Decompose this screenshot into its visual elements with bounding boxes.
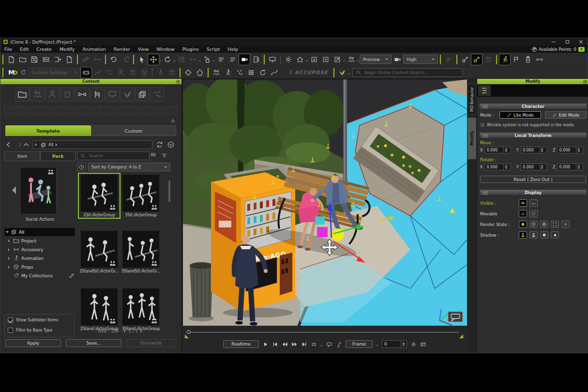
quick-slot[interactable] xyxy=(167,106,178,115)
section-display[interactable]: Display xyxy=(479,189,587,196)
collapse-circle-icon[interactable] xyxy=(166,140,175,149)
pack-preview[interactable] xyxy=(20,167,57,214)
exit-edit-button[interactable] xyxy=(250,54,262,65)
pivot-world-button[interactable] xyxy=(471,54,482,65)
group-actor-button[interactable] xyxy=(127,67,138,78)
group-select-button[interactable] xyxy=(482,54,494,65)
link-child-button[interactable] xyxy=(187,54,199,65)
timeline-panel-icon[interactable] xyxy=(420,341,426,347)
category-scene-button[interactable] xyxy=(105,87,120,102)
edit-group-button[interactable] xyxy=(346,54,357,65)
shadow-self-button[interactable] xyxy=(540,231,548,239)
pivot-local-button[interactable] xyxy=(459,54,471,65)
nav-forward-icon[interactable] xyxy=(13,140,21,149)
category-project-button[interactable] xyxy=(15,87,30,102)
range-start-marker[interactable] xyxy=(185,334,189,338)
audio-button[interactable] xyxy=(336,341,342,347)
move-x-input[interactable] xyxy=(485,148,503,153)
md-play-button[interactable] xyxy=(18,67,28,78)
move-y-input[interactable] xyxy=(521,148,540,153)
render-bounds-button[interactable] xyxy=(551,221,559,228)
tree-item-animation[interactable]: Animation xyxy=(4,254,75,262)
collapse-character-icon[interactable] xyxy=(482,105,488,108)
category-head-button[interactable] xyxy=(45,87,60,102)
shadow-only-button[interactable] xyxy=(551,231,559,239)
merge-box-button[interactable] xyxy=(320,54,332,65)
align-actor-button[interactable] xyxy=(215,54,227,65)
loop-button[interactable] xyxy=(257,67,269,78)
realtime-button[interactable]: Realtime xyxy=(223,340,259,348)
screenshot-button[interactable] xyxy=(40,54,52,65)
breadcrumb[interactable]: All xyxy=(32,140,152,149)
quick-slot[interactable] xyxy=(104,106,115,115)
motion-link-button[interactable] xyxy=(534,54,545,65)
content-panel-gear-icon[interactable] xyxy=(176,80,180,84)
camera-view-button[interactable] xyxy=(392,54,403,65)
import-box-button[interactable] xyxy=(308,54,320,65)
redo-button[interactable] xyxy=(120,54,131,65)
timeline-settings-icon[interactable] xyxy=(410,341,417,347)
menu-render[interactable]: Render xyxy=(110,46,134,52)
quick-slot[interactable] xyxy=(16,106,27,115)
last-frame-button[interactable] xyxy=(301,341,307,347)
gamepad-button[interactable] xyxy=(80,67,92,78)
overwrite-button[interactable]: Overwrite xyxy=(126,339,176,347)
collect-clip-button[interactable] xyxy=(522,54,534,65)
flag-button[interactable] xyxy=(511,54,522,65)
render-hidden-button[interactable] xyxy=(561,221,570,228)
close-button[interactable] xyxy=(574,38,588,45)
recent-sort-icon[interactable] xyxy=(77,163,86,171)
rotate-z-spinner[interactable] xyxy=(576,164,581,170)
timeline-playhead[interactable] xyxy=(187,330,191,334)
sort-dropdown[interactable]: Sort by Category: A to Z xyxy=(88,163,170,171)
menu-help[interactable]: Help xyxy=(224,46,242,52)
content-search-input[interactable] xyxy=(88,153,141,159)
viewport-message-button[interactable] xyxy=(448,312,463,322)
section-local-transform[interactable]: Local Transform xyxy=(479,132,587,138)
movable-on-button[interactable] xyxy=(519,210,527,217)
apply-button[interactable]: Apply xyxy=(5,339,61,347)
menu-animation[interactable]: Animation xyxy=(78,46,109,52)
move-z-input[interactable] xyxy=(558,148,576,153)
thumbnail-3sit[interactable]: 3Sit.iActorGroup xyxy=(121,174,161,217)
edit-collections-pencil-icon[interactable] xyxy=(69,272,75,279)
section-character[interactable]: Character xyxy=(479,103,587,109)
menu-edit[interactable]: Edit xyxy=(16,46,32,52)
category-atmosphere-button[interactable] xyxy=(120,87,135,102)
grid-snap-button[interactable] xyxy=(245,67,257,78)
rewind-button[interactable] xyxy=(282,341,288,347)
move-tool-button[interactable] xyxy=(148,54,159,65)
category-actor-button[interactable] xyxy=(30,87,45,102)
visible-on-button[interactable] xyxy=(519,199,527,207)
quick-slot[interactable] xyxy=(91,106,102,115)
tab-template[interactable]: Template xyxy=(5,125,91,136)
tab-pack[interactable]: Pack xyxy=(40,151,75,161)
menu-create[interactable]: Create xyxy=(32,46,56,52)
render-wireframe-button[interactable] xyxy=(540,221,548,228)
stage-list-button[interactable] xyxy=(443,54,454,65)
move-x-spinner[interactable] xyxy=(503,147,508,153)
rotate-x-input[interactable] xyxy=(485,165,503,170)
quick-slot[interactable] xyxy=(29,106,39,115)
tab-custom[interactable]: Custom xyxy=(91,125,176,136)
content-leaf-button[interactable] xyxy=(336,67,348,78)
render-solid-button[interactable] xyxy=(529,221,538,228)
open-project-button[interactable] xyxy=(17,54,29,65)
quick-slot[interactable] xyxy=(79,106,90,115)
undo-button[interactable] xyxy=(108,54,120,65)
reset-zero-out-button[interactable]: Reset ( Zero Out ) xyxy=(480,176,586,183)
select-tool-button[interactable] xyxy=(136,54,148,65)
thumbnail-scrollbar[interactable] xyxy=(168,181,170,202)
preview-mode-dropdown[interactable]: Preview xyxy=(360,55,392,64)
filter-icon[interactable] xyxy=(160,151,168,160)
page-prev-icon[interactable] xyxy=(121,329,125,333)
rotate-z-input[interactable] xyxy=(558,165,576,170)
actor-keys-button[interactable] xyxy=(499,54,511,65)
menu-file[interactable]: File xyxy=(0,46,16,52)
add-actor-button[interactable] xyxy=(115,67,127,78)
category-accessory-button[interactable] xyxy=(75,87,90,102)
quick-slot[interactable] xyxy=(54,106,64,115)
new-project-button[interactable] xyxy=(5,54,17,65)
fullscreen-button[interactable] xyxy=(267,54,278,65)
refresh-icon[interactable] xyxy=(155,140,164,149)
